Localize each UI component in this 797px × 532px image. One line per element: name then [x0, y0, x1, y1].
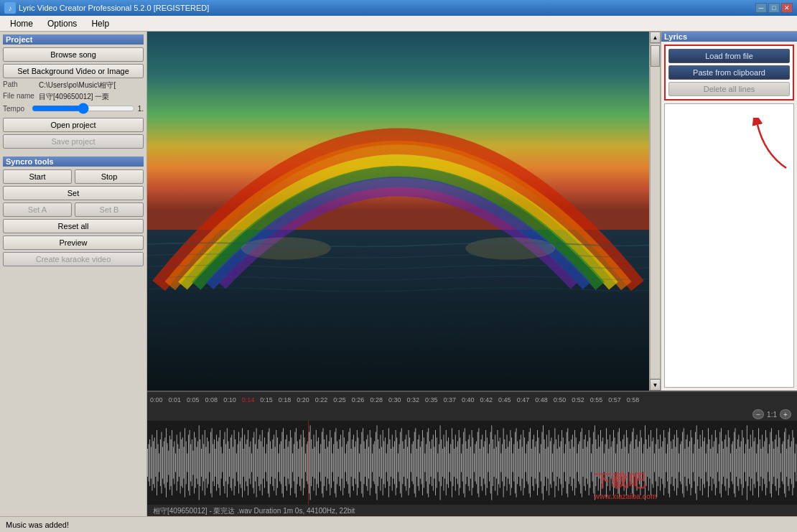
svg-rect-102 — [257, 449, 258, 477]
svg-rect-88 — [241, 437, 241, 487]
scroll-thumb[interactable] — [651, 45, 660, 67]
lyrics-header: Lyrics — [661, 32, 797, 42]
svg-rect-528 — [756, 454, 757, 472]
svg-rect-330 — [524, 437, 525, 487]
zoom-out-button[interactable]: − — [752, 409, 764, 419]
svg-rect-433 — [645, 426, 645, 500]
svg-rect-62 — [210, 432, 211, 494]
svg-rect-164 — [330, 430, 330, 495]
svg-rect-179 — [348, 442, 348, 485]
svg-rect-551 — [783, 442, 783, 485]
create-karaoke-button[interactable]: Create karaoke video — [3, 252, 144, 266]
zoom-in-button[interactable]: + — [780, 409, 791, 419]
svg-rect-175 — [342, 430, 343, 495]
svg-rect-298 — [487, 437, 488, 487]
svg-rect-548 — [780, 437, 780, 487]
status-message: Music was added! — [6, 521, 69, 529]
svg-rect-552 — [784, 432, 785, 494]
svg-rect-242 — [421, 442, 422, 485]
ruler-mark: 0:08 — [205, 396, 218, 403]
svg-rect-159 — [324, 439, 325, 486]
svg-rect-412 — [620, 442, 621, 485]
svg-rect-509 — [734, 432, 735, 494]
svg-rect-525 — [752, 430, 753, 495]
svg-rect-306 — [496, 447, 497, 478]
set-ab-row: Set A Set B — [3, 202, 144, 217]
svg-rect-358 — [557, 449, 558, 477]
scroll-down-button[interactable]: ▼ — [650, 379, 661, 391]
svg-rect-89 — [242, 428, 243, 497]
svg-rect-226 — [402, 442, 403, 485]
svg-rect-38 — [182, 437, 183, 487]
svg-rect-22 — [164, 442, 164, 485]
set-b-button[interactable]: Set B — [75, 202, 144, 217]
browse-song-button[interactable]: Browse song — [3, 47, 144, 62]
path-row: Path C:\Users\po\Music\相守[ — [3, 80, 144, 90]
svg-rect-77 — [228, 442, 229, 485]
paste-from-clipboard-button[interactable]: Paste from clipboard — [668, 65, 790, 80]
svg-rect-476 — [695, 432, 696, 494]
start-button[interactable]: Start — [3, 169, 72, 184]
set-button[interactable]: Set — [3, 186, 144, 200]
svg-rect-334 — [529, 432, 530, 494]
svg-rect-139 — [301, 435, 302, 491]
svg-rect-274 — [459, 430, 460, 495]
path-value: C:\Users\po\Music\相守[ — [39, 80, 116, 90]
svg-rect-376 — [578, 444, 579, 482]
preview-button[interactable]: Preview — [3, 235, 144, 250]
menu-help[interactable]: Help — [84, 17, 116, 30]
svg-rect-15 — [155, 449, 156, 477]
video-scrollbar[interactable]: ▲ ▼ — [649, 32, 661, 391]
svg-rect-338 — [533, 435, 534, 491]
svg-rect-312 — [503, 428, 504, 497]
menu-home[interactable]: Home — [3, 17, 40, 30]
open-project-button[interactable]: Open project — [3, 118, 144, 132]
load-from-file-button[interactable]: Load from file — [668, 49, 790, 63]
svg-rect-245 — [424, 454, 425, 472]
svg-rect-448 — [662, 442, 663, 485]
stop-button[interactable]: Stop — [75, 169, 144, 184]
svg-rect-282 — [468, 439, 469, 486]
svg-rect-493 — [715, 430, 716, 495]
maximize-button[interactable]: □ — [768, 3, 780, 13]
svg-rect-17 — [158, 444, 159, 482]
svg-rect-500 — [723, 449, 724, 477]
minimize-button[interactable]: ─ — [755, 3, 767, 13]
set-background-button[interactable]: Set Background Video or Image — [3, 64, 144, 78]
scroll-up-button[interactable]: ▲ — [650, 32, 661, 43]
svg-rect-232 — [409, 437, 410, 487]
svg-rect-142 — [304, 437, 305, 487]
svg-rect-399 — [605, 444, 606, 482]
tempo-slider[interactable] — [32, 103, 135, 113]
svg-rect-260 — [442, 449, 443, 477]
svg-rect-240 — [419, 435, 419, 491]
save-project-button[interactable]: Save project — [3, 134, 144, 149]
menu-options[interactable]: Options — [40, 17, 84, 30]
set-a-button[interactable]: Set A — [3, 202, 72, 217]
svg-rect-220 — [396, 430, 396, 495]
close-button[interactable]: ✕ — [781, 3, 793, 13]
svg-rect-213 — [387, 444, 388, 482]
svg-rect-176 — [344, 437, 345, 487]
waveform-area[interactable] — [147, 421, 797, 505]
svg-rect-429 — [640, 430, 640, 495]
svg-rect-426 — [637, 435, 638, 491]
svg-rect-367 — [567, 428, 568, 497]
svg-rect-531 — [760, 439, 760, 486]
svg-rect-389 — [593, 432, 594, 494]
svg-rect-521 — [748, 439, 749, 486]
svg-rect-342 — [539, 437, 539, 487]
svg-rect-259 — [441, 439, 442, 486]
svg-rect-205 — [378, 439, 378, 486]
svg-rect-400 — [606, 428, 607, 497]
reset-all-button[interactable]: Reset all — [3, 219, 144, 233]
svg-rect-228 — [405, 439, 406, 486]
svg-rect-181 — [350, 428, 350, 497]
delete-all-lines-button[interactable]: Delete all lines — [668, 82, 790, 96]
svg-rect-78 — [229, 449, 230, 477]
svg-rect-165 — [331, 437, 332, 487]
svg-rect-538 — [768, 454, 768, 472]
tempo-value: 1. — [138, 105, 144, 113]
svg-rect-198 — [370, 430, 370, 495]
svg-rect-243 — [422, 430, 423, 495]
